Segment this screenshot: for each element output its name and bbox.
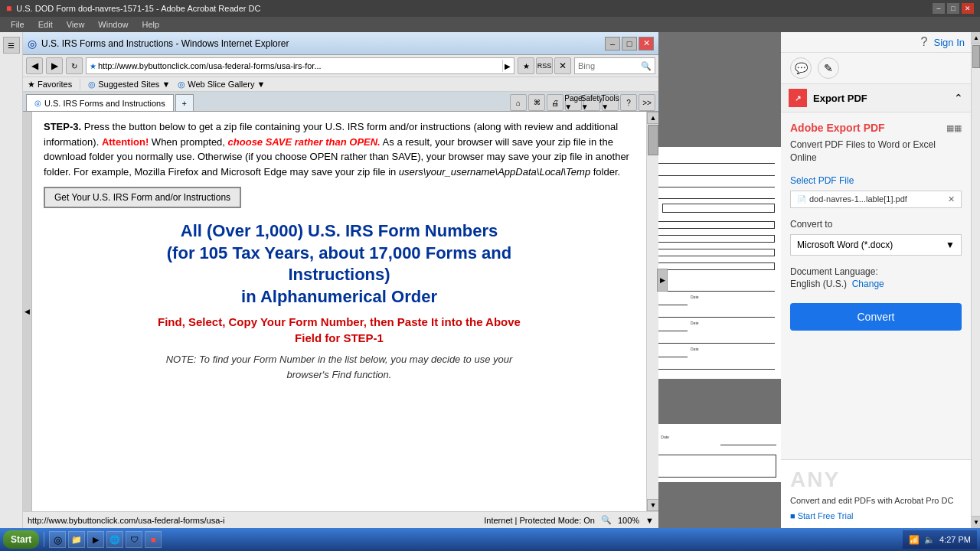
ie-active-tab[interactable]: ◎ U.S. IRS Forms and Instructions [26, 94, 174, 111]
close-button[interactable]: ✕ [962, 3, 974, 14]
taskbar-acrobat-icon[interactable]: ■ [145, 531, 162, 548]
export-pdf-header: ↗ Export PDF ⌃ [781, 84, 971, 112]
export-pdf-title: Export PDF [813, 93, 867, 104]
ie-webslice-icon: ◎ [178, 80, 185, 90]
ie-safety-btn[interactable]: Safety ▼ [583, 94, 600, 111]
tray-volume-icon: 🔈 [924, 535, 935, 545]
convert-to-dropdown[interactable]: Microsoft Word (*.docx) ▼ [790, 234, 962, 256]
ie-suggested-sites[interactable]: ◎ Suggested Sites ▼ [88, 80, 170, 90]
edit-icon[interactable]: ✎ [818, 57, 839, 79]
convert-button[interactable]: Convert [790, 303, 962, 331]
right-panel-wrapper: ? Sign In 💬 ✎ ↗ Export PDF ⌃ [781, 32, 980, 528]
ie-back-btn[interactable]: ◀ [26, 57, 43, 74]
ie-left-scroll[interactable]: ◀ [23, 112, 32, 511]
taskbar-folder-icon[interactable]: 📁 [68, 531, 85, 548]
divider [80, 79, 80, 90]
promo-box: ANY Convert and edit PDFs with Acrobat P… [781, 459, 971, 528]
free-trial-link[interactable]: ■ Start Free Trial [790, 511, 962, 520]
ie-minimize-btn[interactable]: – [605, 37, 620, 51]
ie-restore-btn[interactable]: □ [622, 37, 637, 51]
export-pdf-icon: ↗ [789, 89, 807, 107]
ie-window-title: U.S. IRS Forms and Instructions - Window… [41, 38, 289, 49]
menu-file[interactable]: File [5, 18, 31, 31]
taskbar-security-icon[interactable]: 🛡 [126, 531, 142, 548]
ie-tab-home-btn[interactable]: ⌂ [510, 94, 527, 111]
taskbar-media-icon[interactable]: ▶ [87, 531, 104, 548]
copy-icon[interactable]: ▦▦ [946, 123, 962, 133]
pdf-file-icon: 📄 [797, 195, 806, 204]
ie-content-scrollbar[interactable]: ▲ ▼ [646, 112, 658, 511]
convert-to-label: Convert to [790, 219, 962, 230]
ie-tools-btn[interactable]: Tools ▼ [602, 94, 619, 111]
menu-help[interactable]: Help [136, 18, 165, 31]
ie-address-input[interactable] [98, 61, 501, 70]
ie-new-tab[interactable]: + [175, 94, 194, 111]
ie-address-bar[interactable]: ★ ▶ [86, 57, 514, 74]
ie-search-icon[interactable]: 🔍 [641, 61, 652, 71]
menu-edit[interactable]: Edit [32, 18, 59, 31]
menu-window[interactable]: Window [92, 18, 134, 31]
scroll-down-btn[interactable]: ▼ [647, 499, 658, 511]
doc-lang-label: Document Language: [790, 266, 962, 277]
scroll-up-btn[interactable]: ▲ [647, 112, 658, 124]
red-instruction: Find, Select, Copy Your Form Number, the… [44, 314, 635, 346]
ie-status-zone: Internet | Protected Mode: On [484, 516, 595, 525]
change-language-link[interactable]: Change [852, 279, 884, 289]
right-panel-scrollbar[interactable]: ▲ ▼ [971, 32, 980, 528]
rp-scroll-up[interactable]: ▲ [972, 32, 980, 44]
ie-favorites-btn[interactable]: ★ Favorites [28, 80, 72, 90]
ie-forward-btn[interactable]: ▶ [46, 57, 63, 74]
ie-address-icon: ★ [90, 62, 96, 70]
taskbar-ie-icon[interactable]: ◎ [49, 531, 66, 548]
ie-page-btn[interactable]: Page ▼ [565, 94, 582, 111]
taskbar-time: 4:27 PM [939, 535, 971, 544]
collapse-panel-icon[interactable]: ⌃ [954, 92, 963, 104]
taskbar: Start ◎ 📁 ▶ 🌐 🛡 ■ 📶 🔈 4:27 PM [0, 528, 980, 551]
rp-scroll-track[interactable] [972, 44, 980, 516]
ie-zoom-level: 100% [618, 516, 639, 525]
attention-label: Attention! [102, 136, 149, 148]
ie-help-btn[interactable]: ? [620, 94, 637, 111]
rp-scroll-down[interactable]: ▼ [972, 516, 980, 528]
scroll-thumb[interactable] [648, 125, 658, 155]
select-pdf-label[interactable]: Select PDF File [790, 175, 962, 186]
taskbar-browser-icon[interactable]: 🌐 [106, 531, 123, 548]
acrobat-title: U.S. DOD Form dod-navres-1571-15 - Adobe… [16, 4, 260, 13]
ie-titlebar: ◎ U.S. IRS Forms and Instructions - Wind… [23, 32, 658, 55]
question-icon[interactable]: ? [921, 35, 928, 49]
ie-star-btn[interactable]: ★ [518, 57, 534, 74]
scroll-track[interactable] [647, 124, 658, 499]
ie-rss2-btn[interactable]: ⌘ [528, 94, 545, 111]
ie-status-url: http://www.bybuttonclick.com/usa-federal… [28, 516, 476, 525]
ie-go-btn[interactable]: ▶ [505, 62, 511, 70]
sign-in-button[interactable]: Sign In [934, 37, 965, 48]
start-button[interactable]: Start [3, 530, 39, 549]
file-name: dod-navres-1...lable[1].pdf [809, 194, 945, 204]
ie-web-slice[interactable]: ◎ Web Slice Gallery ▼ [178, 80, 265, 90]
comment-icon[interactable]: 💬 [790, 57, 812, 79]
get-form-button[interactable]: Get Your U.S. IRS Form and/or Instructio… [44, 187, 241, 208]
ie-stop-btn[interactable]: ✕ [554, 57, 571, 74]
tray-network-icon: 📶 [909, 535, 920, 545]
chevron-down-icon: ▼ [162, 80, 170, 89]
minimize-button[interactable]: – [933, 3, 945, 14]
ie-rss-btn[interactable]: RSS [536, 57, 553, 74]
ie-tabs-bar: ◎ U.S. IRS Forms and Instructions + ⌂ ⌘ … [23, 92, 658, 112]
ie-zoom-icon: 🔍 [601, 515, 612, 525]
ie-search-input[interactable] [578, 61, 639, 70]
collapse-arrow[interactable]: ▶ [657, 269, 668, 292]
ie-print-btn[interactable]: 🖨 [547, 94, 564, 111]
rp-scroll-thumb[interactable] [972, 45, 980, 68]
quick-launch: ◎ 📁 ▶ 🌐 🛡 ■ [49, 531, 162, 548]
ie-menu-extra-btn[interactable]: >> [639, 94, 655, 111]
restore-button[interactable]: □ [947, 3, 959, 14]
ie-toolbar: ◀ ▶ ↻ ★ ▶ ★ RSS ✕ [23, 55, 658, 77]
ie-refresh-btn[interactable]: ↻ [66, 57, 83, 74]
remove-file-btn[interactable]: ✕ [948, 194, 955, 204]
chevron-down-icon2: ▼ [256, 80, 265, 89]
ie-close-btn[interactable]: ✕ [639, 37, 654, 51]
menu-view[interactable]: View [60, 18, 91, 31]
ie-search-bar[interactable]: 🔍 [574, 57, 655, 74]
sidebar-btn-1[interactable]: ☰ [3, 37, 20, 54]
tab-favicon: ◎ [34, 99, 41, 107]
